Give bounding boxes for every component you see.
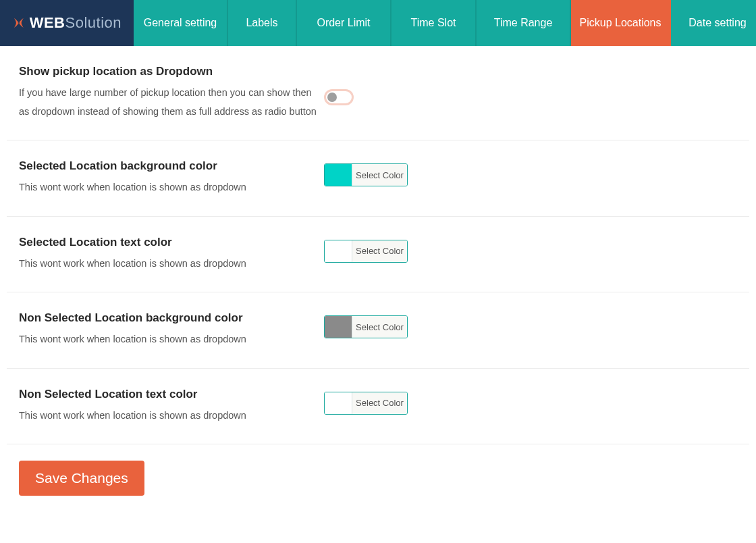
setting-show-as-dropdown: Show pickup location as Dropdown If you … (7, 46, 749, 140)
color-swatch-icon (325, 392, 352, 414)
setting-sub: This wont work when location is shown as… (19, 255, 324, 274)
tab-pickup-locations[interactable]: Pickup Locations (571, 0, 671, 46)
brand-logo-icon: π (12, 13, 26, 33)
toggle-knob-icon (327, 93, 337, 102)
nonselected-text-color-picker[interactable]: Select Color (324, 392, 408, 415)
setting-sub: If you have large number of pickup locat… (19, 84, 324, 121)
select-color-label: Select Color (352, 392, 407, 414)
color-swatch-icon (325, 316, 352, 338)
topbar: π WEBSolution General setting Labels Ord… (0, 0, 756, 46)
setting-nonselected-text: Non Selected Location text color This wo… (7, 369, 749, 445)
setting-selected-text: Selected Location text color This wont w… (7, 217, 749, 293)
setting-selected-bg: Selected Location background color This … (7, 140, 749, 217)
setting-title: Selected Location text color (19, 236, 324, 249)
setting-desc: Non Selected Location text color This wo… (19, 388, 324, 425)
tab-label: Time Range (494, 17, 553, 29)
tab-label: Order Limit (317, 17, 370, 29)
tab-label: Labels (246, 17, 277, 29)
selected-bg-color-picker[interactable]: Select Color (324, 163, 408, 186)
tab-time-slot[interactable]: Time Slot (392, 0, 477, 46)
setting-control: Select Color (324, 388, 408, 415)
tabs: General setting Labels Order Limit Time … (134, 0, 756, 46)
tab-label: Pickup Locations (580, 17, 662, 29)
save-row: Save Changes (7, 444, 749, 502)
tab-label: Date setting (688, 17, 746, 29)
setting-desc: Selected Location text color This wont w… (19, 236, 324, 274)
dropdown-toggle[interactable] (324, 89, 354, 105)
setting-sub: This wont work when location is shown as… (19, 178, 324, 197)
setting-desc: Selected Location background color This … (19, 159, 324, 197)
color-swatch-icon (325, 240, 352, 262)
brand: π WEBSolution (0, 0, 134, 46)
nonselected-bg-color-picker[interactable]: Select Color (324, 315, 408, 338)
selected-text-color-picker[interactable]: Select Color (324, 240, 408, 263)
tab-label: General setting (144, 17, 217, 29)
setting-control: Select Color (324, 236, 408, 263)
setting-control: Select Color (324, 311, 408, 338)
brand-light: Solution (65, 14, 122, 31)
content: Show pickup location as Dropdown If you … (0, 46, 756, 516)
select-color-label: Select Color (352, 164, 407, 186)
brand-bold: WEB (30, 14, 65, 31)
tab-labels[interactable]: Labels (228, 0, 297, 46)
setting-desc: Show pickup location as Dropdown If you … (19, 65, 324, 121)
save-button[interactable]: Save Changes (19, 461, 144, 496)
setting-title: Show pickup location as Dropdown (19, 65, 324, 78)
setting-sub: This wont work when location is shown as… (19, 407, 324, 425)
setting-title: Selected Location background color (19, 159, 324, 173)
setting-nonselected-bg: Non Selected Location background color T… (7, 292, 749, 369)
brand-text: WEBSolution (30, 14, 122, 32)
tab-order-limit[interactable]: Order Limit (297, 0, 392, 46)
setting-sub: This wont work when location is shown as… (19, 330, 324, 349)
tab-label: Time Slot (411, 17, 456, 29)
select-color-label: Select Color (352, 240, 407, 262)
setting-control: Select Color (324, 159, 408, 186)
select-color-label: Select Color (352, 316, 407, 338)
setting-title: Non Selected Location text color (19, 388, 324, 401)
setting-control (324, 65, 354, 105)
setting-desc: Non Selected Location background color T… (19, 311, 324, 349)
tab-date-setting[interactable]: Date setting (671, 0, 756, 46)
tab-general-setting[interactable]: General setting (134, 0, 228, 46)
setting-title: Non Selected Location background color (19, 311, 324, 325)
color-swatch-icon (325, 164, 352, 186)
tab-time-range[interactable]: Time Range (477, 0, 571, 46)
